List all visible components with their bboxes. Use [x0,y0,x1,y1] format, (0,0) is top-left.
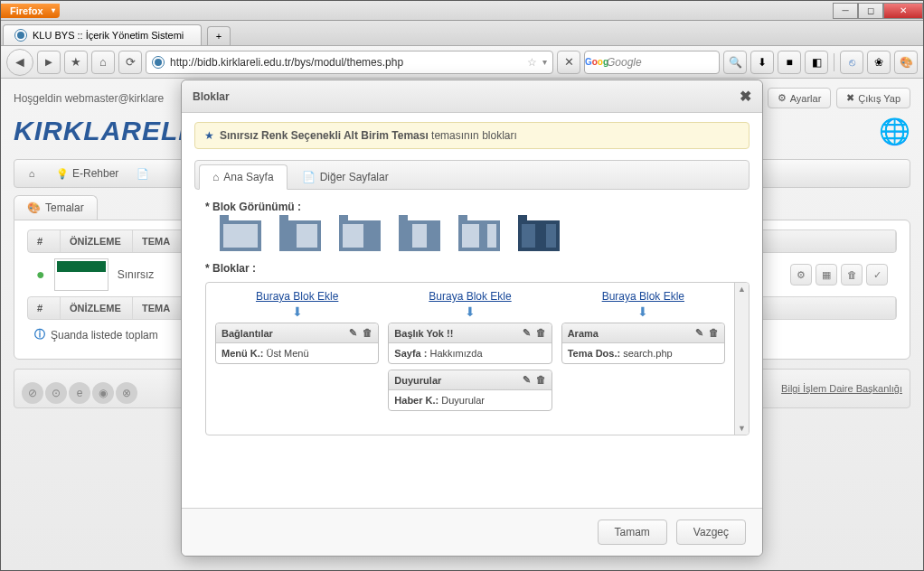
theme-name: Sınırsız [118,268,155,281]
stop-button[interactable]: ✕ [557,51,580,74]
blocks-dialog: Bloklar ✖ ★ Sınırsız Renk Seçenekli Alt … [181,80,763,557]
settings-button[interactable]: ⚙Ayarlar [768,88,832,108]
block-header: Bağlantılar ✎🗑 [216,323,378,343]
search-box[interactable]: Goog Google [584,51,720,74]
block-arama[interactable]: Arama ✎🗑 Tema Dos.: search.php [561,323,725,364]
download-button[interactable]: ⬇ [750,51,774,74]
arrow-down-icon: ⬇ [465,304,476,319]
action-gear[interactable]: ⚙ [790,264,812,286]
reload-button[interactable]: ⟳ [118,51,142,74]
tab-title: KLU BYS :: İçerik Yönetim Sistemi [33,30,184,41]
layout-opt-5[interactable] [458,220,500,251]
row-actions: ⚙ ▦ 🗑 ✓ [790,264,888,286]
close-icon: ✖ [846,92,854,104]
edit-icon[interactable]: ✎ [523,374,531,386]
addon-button-5[interactable]: 🎨 [894,51,918,74]
arrow-down-icon: ⬇ [292,304,303,319]
block-baglantilar[interactable]: Bağlantılar ✎🗑 Menü K.: Üst Menü [215,323,379,364]
maximize-button[interactable]: ◻ [858,3,883,19]
edit-icon[interactable]: ✎ [523,327,531,339]
ok-button[interactable]: Tamam [598,520,667,545]
blocks-scrollbar[interactable] [734,283,749,435]
minimize-button[interactable]: ─ [833,3,858,19]
dialog-footer: Tamam Vazgeç [182,508,762,556]
home-icon: ⌂ [25,167,38,180]
url-bar[interactable]: http://bidb.kirklareli.edu.tr/bys/modul/… [146,51,553,74]
edit-icon[interactable]: ✎ [695,327,703,339]
th-preview-2: ÖNİZLEME [61,297,133,319]
tabs-bar: KLU BYS :: İçerik Yönetim Sistemi + [1,21,923,46]
add-block-link-2[interactable]: Buraya Blok Ekle [429,290,511,303]
favicon-icon [14,29,27,42]
url-dropdown-icon[interactable]: ▾ [542,57,547,67]
logout-button[interactable]: ✖Çıkış Yap [836,88,910,108]
action-delete[interactable]: 🗑 [841,264,863,286]
th-preview: ÖNİZLEME [61,230,133,252]
nav-item-home[interactable]: ⌂ [20,165,43,182]
tab-diger-sayfalar[interactable]: 📄Diğer Sayfalar [289,164,401,189]
search-button[interactable]: 🔍 [723,51,747,74]
block-body: Haber K.: Duyurular [389,390,551,410]
delete-icon[interactable]: 🗑 [709,327,719,339]
th-num-2: # [28,297,61,319]
browser-icon-5[interactable]: ⊗ [116,382,137,404]
browser-icon-1[interactable]: ⊘ [22,382,43,404]
browser-icon-4[interactable]: ◉ [92,382,114,404]
delete-icon[interactable]: 🗑 [536,327,546,339]
info-banner: ★ Sınırsız Renk Seçenekli Alt Birim Tema… [194,122,750,149]
layout-opt-3[interactable] [339,220,381,251]
new-tab-button[interactable]: + [207,26,231,45]
info-icon: ⓘ [34,327,45,342]
section-blocks-label: * Bloklar : [205,262,750,275]
nav-item-more[interactable]: 📄 [131,165,155,182]
dialog-title: Bloklar [193,90,230,103]
layout-opt-6-selected[interactable] [518,220,560,251]
blocks-column-3: Buraya Blok Ekle ⬇ Arama ✎🗑 Tema Dos.: s… [561,290,725,427]
blocks-column-1: Buraya Blok Ekle ⬇ Bağlantılar ✎🗑 Menü K… [215,290,379,427]
action-check[interactable]: ✓ [866,264,888,286]
delete-icon[interactable]: 🗑 [363,327,372,339]
browser-tab[interactable]: KLU BYS :: İçerik Yönetim Sistemi [3,24,202,45]
addon-button-1[interactable]: ■ [778,51,801,74]
footer-link[interactable]: Bilgi İşlem Daire Başkanlığı [781,383,902,394]
edit-icon[interactable]: ✎ [349,327,357,339]
layout-opt-2[interactable] [279,220,321,251]
forward-button[interactable]: ► [37,51,61,74]
sub-tab-themes[interactable]: 🎨Temalar [14,195,98,220]
nav-item-erehber[interactable]: 💡E-Rehber [51,165,124,182]
block-baslik-yok[interactable]: Başlık Yok !! ✎🗑 Sayfa : Hakkımızda [388,323,552,364]
action-grid[interactable]: ▦ [816,264,837,286]
dialog-close-button[interactable]: ✖ [740,88,751,105]
add-block-link-3[interactable]: Buraya Blok Ekle [602,290,684,303]
close-window-button[interactable]: ✕ [883,3,923,19]
browser-icon-3[interactable]: e [69,382,90,404]
separator [834,53,834,71]
bookmark-button[interactable]: ★ [64,51,88,74]
site-logo: KIRKLARELİ [14,116,187,146]
addon-button-3[interactable]: ⎋ [840,51,863,74]
block-body: Sayfa : Hakkımızda [389,343,551,363]
arrow-down-icon: ⬇ [637,304,648,319]
delete-icon[interactable]: 🗑 [536,374,546,386]
block-header: Arama ✎🗑 [562,323,724,343]
star-icon: ★ [204,129,214,142]
addon-button-2[interactable]: ◧ [805,51,828,74]
firefox-menu-button[interactable]: Firefox [1,4,60,18]
welcome-text: Hoşgeldin webmaster@kirklare [14,92,164,105]
titlebar: Firefox ─ ◻ ✕ [1,1,923,21]
addon-button-4[interactable]: ❀ [867,51,891,74]
back-button[interactable]: ◄ [6,49,33,76]
block-duyurular[interactable]: Duyurular ✎🗑 Haber K.: Duyurular [388,370,552,411]
home-button[interactable]: ⌂ [91,51,115,74]
layout-opt-4[interactable] [399,220,440,251]
browser-icon-2[interactable]: ⊙ [45,382,67,404]
tab-ana-sayfa[interactable]: ⌂Ana Sayfa [199,164,288,190]
block-header: Duyurular ✎🗑 [389,370,551,390]
theme-thumbnail[interactable] [54,258,108,291]
add-block-link-1[interactable]: Buraya Blok Ekle [256,290,338,303]
window-controls: ─ ◻ ✕ [833,3,923,19]
cancel-button[interactable]: Vazgeç [676,520,746,545]
bookmark-star-icon[interactable]: ☆ [527,56,537,69]
blocks-area: Buraya Blok Ekle ⬇ Bağlantılar ✎🗑 Menü K… [205,282,750,435]
layout-opt-1[interactable] [220,220,261,251]
